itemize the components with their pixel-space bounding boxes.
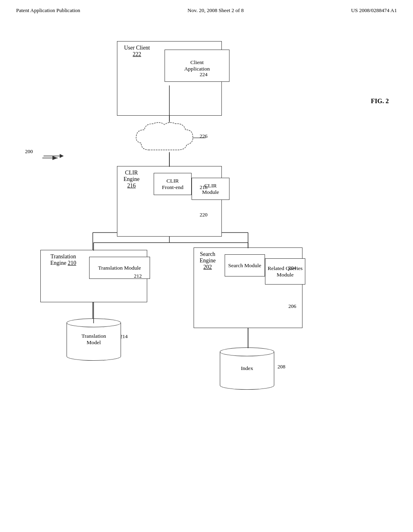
clir-engine-ref: 216: [127, 183, 136, 189]
clir-module-box: CLIRModule: [192, 178, 229, 200]
fig-label: FIG. 2: [371, 98, 389, 105]
translation-model-cylinder: TranslationModel: [67, 318, 121, 363]
client-application-label: ClientApplication: [184, 59, 210, 72]
search-engine-label: Search Engine 202: [198, 251, 217, 270]
cloud-svg: [133, 120, 204, 158]
clir-engine-label: CLIR Engine 216: [121, 170, 142, 189]
index-label: Index: [241, 365, 253, 372]
network-cloud: [133, 120, 204, 158]
user-client-ref: 222: [133, 51, 141, 57]
clir-engine-outer-box: CLIR Engine 216 CLIRFront-end CLIRModule: [117, 166, 222, 237]
ref-208: 208: [277, 364, 286, 370]
ref-226: 226: [200, 133, 208, 139]
clir-frontend-label: CLIRFront-end: [162, 178, 183, 191]
client-application-box: ClientApplication: [165, 50, 229, 82]
search-module-label: Search Module: [228, 262, 261, 269]
translation-engine-ref: 210: [68, 260, 76, 266]
search-engine-outer-box: Search Engine 202 Search Module Related …: [194, 247, 302, 328]
translation-module-label: Translation Module: [98, 265, 141, 271]
ref-224: 224: [200, 71, 208, 78]
ref-200: 200: [25, 148, 33, 155]
search-module-box: Search Module: [225, 254, 265, 276]
header-middle: Nov. 20, 2008 Sheet 2 of 8: [188, 7, 244, 14]
ref-218: 218: [200, 184, 208, 191]
diagram-area: FIG. 2 200 User Client 222 ClientApplica…: [0, 17, 413, 513]
ref-220: 220: [200, 212, 208, 218]
ref-212: 212: [134, 273, 142, 279]
search-engine-ref: 202: [203, 264, 212, 270]
patent-header: Patent Application Publication Nov. 20, …: [0, 0, 413, 17]
header-left: Patent Application Publication: [16, 7, 80, 14]
user-client-outer-box: User Client 222 ClientApplication: [117, 41, 222, 116]
header-right: US 2008/0288474 A1: [351, 7, 397, 14]
clir-frontend-box: CLIRFront-end: [154, 173, 192, 195]
translation-model-label: TranslationModel: [81, 333, 106, 346]
translation-engine-label: Translation Engine 210: [45, 254, 82, 266]
related-queries-label: Related QueriesModule: [268, 265, 303, 278]
svg-marker-10: [60, 154, 64, 158]
user-client-label: User Client 222: [121, 45, 152, 58]
svg-marker-22: [52, 156, 58, 160]
translation-engine-outer-box: Translation Engine 210 Translation Modul…: [40, 250, 147, 302]
ref-206: 206: [288, 303, 296, 310]
index-cylinder: Index: [220, 347, 274, 392]
related-queries-module-box: Related QueriesModule: [265, 258, 305, 285]
ref-204: 204: [288, 265, 296, 271]
